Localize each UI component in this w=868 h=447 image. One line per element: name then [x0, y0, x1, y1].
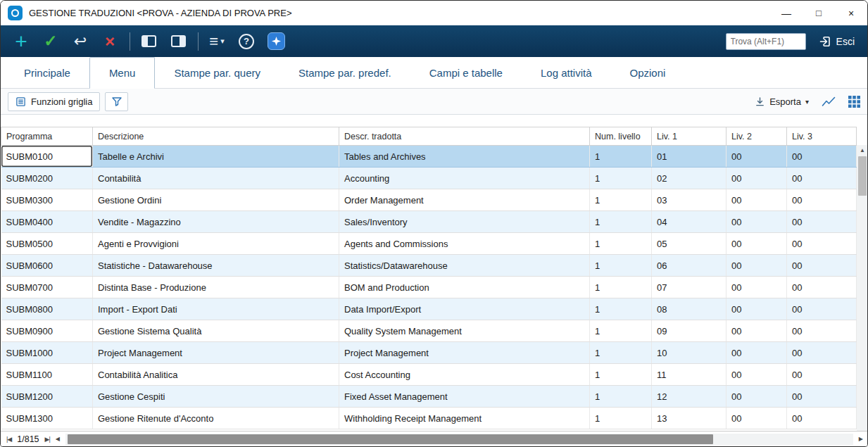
cell-liv-3[interactable]: 00 [787, 320, 857, 342]
cell-num-livello[interactable]: 1 [590, 320, 652, 342]
grid-layout-button[interactable] [848, 96, 860, 108]
table-row[interactable]: SUBM1200Gestione CespitiFixed Asset Mana… [1, 386, 857, 408]
cell-liv-3[interactable]: 00 [787, 211, 857, 233]
column-header-programma[interactable]: Programma [1, 127, 93, 146]
column-header-num-livello[interactable]: Num. livello [590, 127, 652, 146]
cell-liv-1[interactable]: 05 [652, 233, 727, 255]
cell-programma[interactable]: SUBM0200 [1, 168, 93, 189]
table-row[interactable]: SUBM0100Tabelle e ArchiviTables and Arch… [1, 146, 857, 168]
cell-liv-2[interactable]: 00 [727, 189, 787, 211]
undo-button[interactable]: ↩ [68, 30, 92, 53]
cell-liv-3[interactable]: 00 [787, 233, 857, 255]
cell-liv-1[interactable]: 12 [652, 386, 727, 408]
tab-principale[interactable]: Principale [5, 57, 89, 89]
cell-descr-tradotta[interactable]: Fixed Asset Management [339, 386, 590, 408]
cell-liv-2[interactable]: 00 [727, 320, 787, 342]
cell-descrizione[interactable]: Gestione Ordini [93, 189, 339, 211]
cell-liv-1[interactable]: 11 [652, 364, 727, 386]
cell-liv-1[interactable]: 13 [652, 408, 727, 429]
cell-programma[interactable]: SUBM0300 [1, 189, 93, 211]
cell-programma[interactable]: SUBM0500 [1, 233, 93, 255]
cell-programma[interactable]: SUBM1200 [1, 386, 93, 408]
cell-programma[interactable]: SUBM0400 [1, 211, 93, 233]
cell-liv-3[interactable]: 00 [787, 146, 857, 168]
cell-descr-tradotta[interactable]: BOM and Production [339, 277, 590, 298]
cell-descrizione[interactable]: Contabilità [93, 168, 339, 189]
scroll-left-icon[interactable]: ◀ [56, 436, 60, 442]
table-row[interactable]: SUBM0600Statistiche - DatawarehouseStati… [1, 255, 857, 277]
cell-descr-tradotta[interactable]: Sales/Inventory [339, 211, 590, 233]
cell-liv-2[interactable]: 00 [727, 146, 787, 168]
cell-liv-1[interactable]: 07 [652, 277, 727, 298]
table-row[interactable]: SUBM0700Distinta Base - ProduzioneBOM an… [1, 277, 857, 298]
cell-liv-2[interactable]: 00 [727, 364, 787, 386]
cell-descr-tradotta[interactable]: Tables and Archives [339, 146, 590, 168]
layout-right-panel-button[interactable] [166, 30, 190, 53]
cell-programma[interactable]: SUBM1000 [1, 342, 93, 364]
cell-liv-3[interactable]: 00 [787, 364, 857, 386]
first-record-button[interactable]: |◀ [6, 436, 11, 443]
cell-num-livello[interactable]: 1 [590, 386, 652, 408]
table-row[interactable]: SUBM0800Import - Export DatiData Import/… [1, 298, 857, 320]
cell-descr-tradotta[interactable]: Cost Accounting [339, 364, 590, 386]
cell-liv-3[interactable]: 00 [787, 408, 857, 429]
cell-descrizione[interactable]: Agenti e Provvigioni [93, 233, 339, 255]
cell-descrizione[interactable]: Tabelle e Archivi [93, 146, 339, 168]
export-button[interactable]: Esporta ▾ [755, 96, 809, 107]
exit-button[interactable]: Esci [814, 32, 859, 51]
cell-num-livello[interactable]: 1 [590, 298, 652, 320]
cell-liv-1[interactable]: 09 [652, 320, 727, 342]
cell-programma[interactable]: SUBM1100 [1, 364, 93, 386]
column-header-liv-2[interactable]: Liv. 2 [727, 127, 787, 146]
find-input[interactable] [726, 33, 806, 50]
cell-liv-2[interactable]: 00 [727, 408, 787, 429]
cell-descrizione[interactable]: Distinta Base - Produzione [93, 277, 339, 298]
cell-num-livello[interactable]: 1 [590, 255, 652, 277]
cell-liv-1[interactable]: 08 [652, 298, 727, 320]
layout-left-panel-button[interactable] [137, 30, 161, 53]
cell-num-livello[interactable]: 1 [590, 146, 652, 168]
cell-num-livello[interactable]: 1 [590, 233, 652, 255]
cell-liv-1[interactable]: 02 [652, 168, 727, 189]
horizontal-scrollbar[interactable] [65, 434, 853, 445]
cell-descrizione[interactable]: Gestione Sistema Qualità [93, 320, 339, 342]
delete-button[interactable]: × [98, 30, 122, 53]
cell-num-livello[interactable]: 1 [590, 364, 652, 386]
cell-descr-tradotta[interactable]: Data Import/Export [339, 298, 590, 320]
cell-liv-3[interactable]: 00 [787, 298, 857, 320]
cell-descr-tradotta[interactable]: Order Management [339, 189, 590, 211]
cell-liv-1[interactable]: 03 [652, 189, 727, 211]
column-header-liv-3[interactable]: Liv. 3 [787, 127, 857, 146]
cell-liv-2[interactable]: 00 [727, 211, 787, 233]
confirm-button[interactable]: ✓ [39, 30, 63, 53]
cell-liv-2[interactable]: 00 [727, 233, 787, 255]
table-row[interactable]: SUBM0500Agenti e ProvvigioniAgents and C… [1, 233, 857, 255]
close-button[interactable]: × [835, 1, 867, 25]
cell-liv-2[interactable]: 00 [727, 342, 787, 364]
cell-descrizione[interactable]: Gestione Ritenute d'Acconto [93, 408, 339, 429]
cell-num-livello[interactable]: 1 [590, 211, 652, 233]
vertical-scrollbar[interactable]: ▲ ▼ [857, 145, 867, 431]
tab-opzioni[interactable]: Opzioni [611, 57, 685, 89]
table-row[interactable]: SUBM0900Gestione Sistema QualitàQuality … [1, 320, 857, 342]
table-row[interactable]: SUBM0400Vendite - MagazzinoSales/Invento… [1, 211, 857, 233]
tab-stampe-par-query[interactable]: Stampe par. query [155, 57, 279, 89]
horizontal-scrollbar-thumb[interactable] [68, 434, 713, 444]
cell-liv-3[interactable]: 00 [787, 189, 857, 211]
scroll-up-icon[interactable]: ▲ [857, 145, 867, 156]
cell-programma[interactable]: SUBM0100 [1, 146, 93, 168]
cell-liv-3[interactable]: 00 [787, 386, 857, 408]
scroll-right-icon[interactable]: ▶ [859, 436, 863, 442]
cell-liv-2[interactable]: 00 [727, 255, 787, 277]
cell-num-livello[interactable]: 1 [590, 342, 652, 364]
add-button[interactable]: + [9, 30, 33, 53]
cell-liv-1[interactable]: 01 [652, 146, 727, 168]
cell-liv-2[interactable]: 00 [727, 298, 787, 320]
cell-descrizione[interactable]: Statistiche - Datawarehouse [93, 255, 339, 277]
cell-liv-2[interactable]: 00 [727, 386, 787, 408]
vertical-scrollbar-thumb[interactable] [858, 156, 867, 196]
cell-descrizione[interactable]: Vendite - Magazzino [93, 211, 339, 233]
cell-programma[interactable]: SUBM0700 [1, 277, 93, 298]
help-button[interactable]: ? [234, 30, 258, 53]
tab-campi-e-tabelle[interactable]: Campi e tabelle [410, 57, 522, 89]
